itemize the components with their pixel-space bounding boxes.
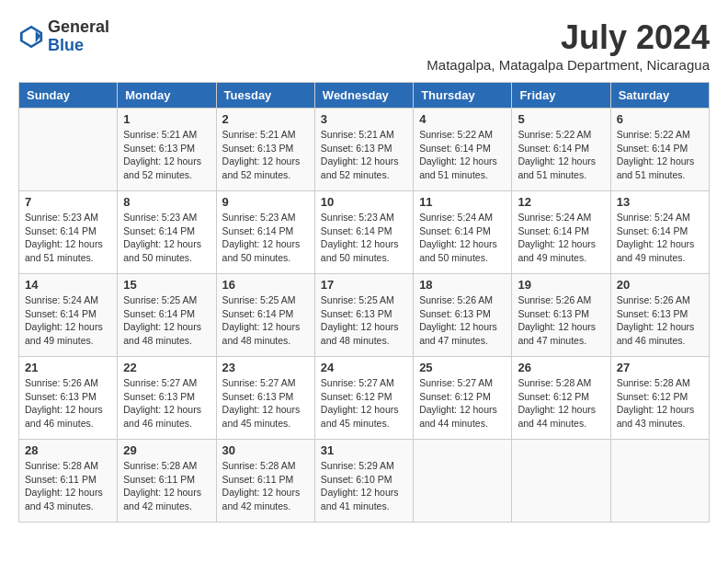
day-number: 2 bbox=[222, 112, 309, 126]
calendar-cell: 15Sunrise: 5:25 AM Sunset: 6:14 PM Dayli… bbox=[118, 274, 216, 357]
day-number: 1 bbox=[123, 112, 210, 126]
calendar-cell: 7Sunrise: 5:23 AM Sunset: 6:14 PM Daylig… bbox=[19, 191, 118, 274]
day-header-wednesday: Wednesday bbox=[314, 83, 413, 109]
logo-text: General Blue bbox=[48, 18, 109, 55]
day-info: Sunrise: 5:21 AM Sunset: 6:13 PM Dayligh… bbox=[222, 128, 309, 182]
day-number: 28 bbox=[25, 443, 111, 457]
calendar-cell: 23Sunrise: 5:27 AM Sunset: 6:13 PM Dayli… bbox=[216, 357, 314, 440]
calendar-week-row: 1Sunrise: 5:21 AM Sunset: 6:13 PM Daylig… bbox=[19, 109, 710, 191]
day-number: 5 bbox=[518, 112, 604, 126]
calendar-table: SundayMondayTuesdayWednesdayThursdayFrid… bbox=[18, 82, 710, 523]
day-info: Sunrise: 5:25 AM Sunset: 6:14 PM Dayligh… bbox=[123, 293, 210, 348]
day-header-sunday: Sunday bbox=[19, 83, 118, 109]
calendar-cell bbox=[610, 440, 709, 523]
calendar-week-row: 7Sunrise: 5:23 AM Sunset: 6:14 PM Daylig… bbox=[19, 191, 710, 274]
location-title: Matagalpa, Matagalpa Department, Nicarag… bbox=[427, 57, 710, 73]
calendar-cell: 16Sunrise: 5:25 AM Sunset: 6:14 PM Dayli… bbox=[216, 274, 314, 357]
day-number: 31 bbox=[321, 443, 407, 457]
day-info: Sunrise: 5:24 AM Sunset: 6:14 PM Dayligh… bbox=[25, 293, 111, 348]
day-number: 14 bbox=[25, 278, 111, 292]
logo-general: General bbox=[48, 18, 109, 37]
calendar-cell: 26Sunrise: 5:28 AM Sunset: 6:12 PM Dayli… bbox=[512, 357, 610, 440]
day-info: Sunrise: 5:24 AM Sunset: 6:14 PM Dayligh… bbox=[419, 211, 506, 265]
calendar-cell: 27Sunrise: 5:28 AM Sunset: 6:12 PM Dayli… bbox=[610, 357, 709, 440]
day-info: Sunrise: 5:21 AM Sunset: 6:13 PM Dayligh… bbox=[123, 128, 210, 182]
calendar-cell bbox=[414, 440, 512, 523]
day-number: 27 bbox=[617, 361, 703, 374]
day-info: Sunrise: 5:22 AM Sunset: 6:14 PM Dayligh… bbox=[419, 128, 506, 182]
title-block: July 2024 Matagalpa, Matagalpa Departmen… bbox=[427, 18, 710, 73]
day-info: Sunrise: 5:29 AM Sunset: 6:10 PM Dayligh… bbox=[321, 459, 407, 513]
day-info: Sunrise: 5:23 AM Sunset: 6:14 PM Dayligh… bbox=[321, 211, 407, 265]
calendar-cell: 11Sunrise: 5:24 AM Sunset: 6:14 PM Dayli… bbox=[414, 191, 512, 274]
day-number: 19 bbox=[518, 278, 604, 292]
day-number: 9 bbox=[222, 195, 309, 209]
day-info: Sunrise: 5:28 AM Sunset: 6:12 PM Dayligh… bbox=[518, 376, 604, 431]
day-number: 30 bbox=[222, 443, 309, 457]
calendar-cell: 13Sunrise: 5:24 AM Sunset: 6:14 PM Dayli… bbox=[610, 191, 709, 274]
day-number: 11 bbox=[419, 195, 506, 209]
day-number: 16 bbox=[222, 278, 309, 292]
day-number: 21 bbox=[25, 361, 111, 374]
day-info: Sunrise: 5:21 AM Sunset: 6:13 PM Dayligh… bbox=[321, 128, 407, 182]
calendar-cell: 18Sunrise: 5:26 AM Sunset: 6:13 PM Dayli… bbox=[414, 274, 512, 357]
day-number: 18 bbox=[419, 278, 506, 292]
day-number: 25 bbox=[419, 361, 506, 374]
day-header-monday: Monday bbox=[118, 83, 216, 109]
day-number: 4 bbox=[419, 112, 506, 126]
calendar-cell bbox=[19, 109, 118, 191]
day-number: 23 bbox=[222, 361, 309, 374]
calendar-cell: 3Sunrise: 5:21 AM Sunset: 6:13 PM Daylig… bbox=[314, 109, 413, 191]
day-number: 3 bbox=[321, 112, 407, 126]
calendar-week-row: 28Sunrise: 5:28 AM Sunset: 6:11 PM Dayli… bbox=[19, 440, 710, 523]
day-number: 7 bbox=[25, 195, 111, 209]
calendar-cell: 19Sunrise: 5:26 AM Sunset: 6:13 PM Dayli… bbox=[512, 274, 610, 357]
calendar-cell: 24Sunrise: 5:27 AM Sunset: 6:12 PM Dayli… bbox=[314, 357, 413, 440]
calendar-cell: 31Sunrise: 5:29 AM Sunset: 6:10 PM Dayli… bbox=[314, 440, 413, 523]
calendar-cell: 17Sunrise: 5:25 AM Sunset: 6:13 PM Dayli… bbox=[314, 274, 413, 357]
calendar-cell: 1Sunrise: 5:21 AM Sunset: 6:13 PM Daylig… bbox=[118, 109, 216, 191]
day-info: Sunrise: 5:27 AM Sunset: 6:12 PM Dayligh… bbox=[419, 376, 506, 431]
day-number: 29 bbox=[123, 443, 210, 457]
page-header: General Blue July 2024 Matagalpa, Mataga… bbox=[18, 18, 710, 73]
day-info: Sunrise: 5:22 AM Sunset: 6:14 PM Dayligh… bbox=[518, 128, 604, 182]
day-info: Sunrise: 5:27 AM Sunset: 6:13 PM Dayligh… bbox=[123, 376, 210, 431]
day-number: 10 bbox=[321, 195, 407, 209]
day-info: Sunrise: 5:23 AM Sunset: 6:14 PM Dayligh… bbox=[222, 211, 309, 265]
day-number: 12 bbox=[518, 195, 604, 209]
day-number: 22 bbox=[123, 361, 210, 374]
day-info: Sunrise: 5:25 AM Sunset: 6:14 PM Dayligh… bbox=[222, 293, 309, 348]
day-header-thursday: Thursday bbox=[414, 83, 512, 109]
calendar-cell: 28Sunrise: 5:28 AM Sunset: 6:11 PM Dayli… bbox=[19, 440, 118, 523]
day-number: 15 bbox=[123, 278, 210, 292]
day-info: Sunrise: 5:22 AM Sunset: 6:14 PM Dayligh… bbox=[617, 128, 703, 182]
calendar-cell: 20Sunrise: 5:26 AM Sunset: 6:13 PM Dayli… bbox=[610, 274, 709, 357]
calendar-cell: 14Sunrise: 5:24 AM Sunset: 6:14 PM Dayli… bbox=[19, 274, 118, 357]
day-info: Sunrise: 5:27 AM Sunset: 6:12 PM Dayligh… bbox=[321, 376, 407, 431]
day-info: Sunrise: 5:25 AM Sunset: 6:13 PM Dayligh… bbox=[321, 293, 407, 348]
day-info: Sunrise: 5:28 AM Sunset: 6:11 PM Dayligh… bbox=[123, 459, 210, 513]
day-info: Sunrise: 5:28 AM Sunset: 6:11 PM Dayligh… bbox=[25, 459, 111, 513]
calendar-cell: 9Sunrise: 5:23 AM Sunset: 6:14 PM Daylig… bbox=[216, 191, 314, 274]
calendar-header-row: SundayMondayTuesdayWednesdayThursdayFrid… bbox=[19, 83, 710, 109]
day-number: 6 bbox=[617, 112, 703, 126]
calendar-body: 1Sunrise: 5:21 AM Sunset: 6:13 PM Daylig… bbox=[19, 109, 710, 523]
day-number: 24 bbox=[321, 361, 407, 374]
calendar-cell: 2Sunrise: 5:21 AM Sunset: 6:13 PM Daylig… bbox=[216, 109, 314, 191]
day-header-saturday: Saturday bbox=[610, 83, 709, 109]
day-number: 20 bbox=[617, 278, 703, 292]
calendar-cell: 10Sunrise: 5:23 AM Sunset: 6:14 PM Dayli… bbox=[314, 191, 413, 274]
calendar-cell: 4Sunrise: 5:22 AM Sunset: 6:14 PM Daylig… bbox=[414, 109, 512, 191]
day-info: Sunrise: 5:23 AM Sunset: 6:14 PM Dayligh… bbox=[123, 211, 210, 265]
day-info: Sunrise: 5:23 AM Sunset: 6:14 PM Dayligh… bbox=[25, 211, 111, 265]
day-info: Sunrise: 5:27 AM Sunset: 6:13 PM Dayligh… bbox=[222, 376, 309, 431]
day-info: Sunrise: 5:24 AM Sunset: 6:14 PM Dayligh… bbox=[518, 211, 604, 265]
calendar-week-row: 21Sunrise: 5:26 AM Sunset: 6:13 PM Dayli… bbox=[19, 357, 710, 440]
month-title: July 2024 bbox=[427, 18, 710, 57]
calendar-cell: 8Sunrise: 5:23 AM Sunset: 6:14 PM Daylig… bbox=[118, 191, 216, 274]
calendar-cell: 5Sunrise: 5:22 AM Sunset: 6:14 PM Daylig… bbox=[512, 109, 610, 191]
calendar-cell: 29Sunrise: 5:28 AM Sunset: 6:11 PM Dayli… bbox=[118, 440, 216, 523]
day-info: Sunrise: 5:28 AM Sunset: 6:12 PM Dayligh… bbox=[617, 376, 703, 431]
day-header-friday: Friday bbox=[512, 83, 610, 109]
day-number: 13 bbox=[617, 195, 703, 209]
